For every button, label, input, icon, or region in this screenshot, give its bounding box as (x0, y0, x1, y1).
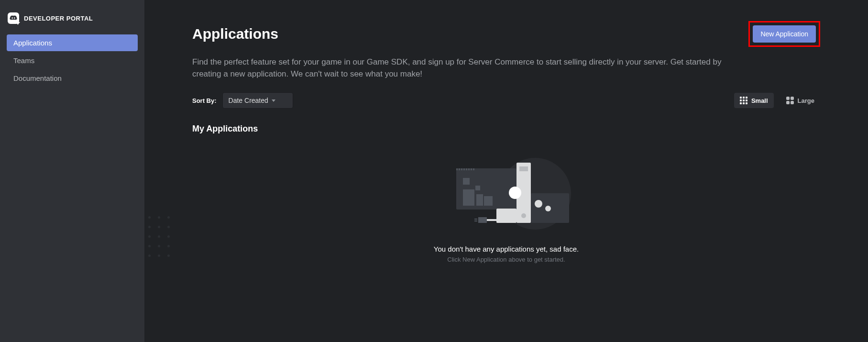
discord-logo-icon (8, 12, 19, 24)
empty-state: You don't have any applications yet, sad… (192, 163, 820, 263)
new-application-button[interactable]: New Application (753, 25, 816, 43)
new-application-highlight: New Application (748, 21, 820, 47)
sidebar-item-applications[interactable]: Applications (7, 34, 138, 51)
empty-state-title: You don't have any applications yet, sad… (434, 245, 579, 253)
view-toggle: Small Large (734, 93, 820, 108)
header-row: Applications New Application (192, 21, 820, 47)
view-large-label: Large (798, 97, 814, 104)
section-title: My Applications (192, 124, 820, 134)
brand: DEVELOPER PORTAL (7, 11, 138, 34)
main-content: Applications New Application Find the pe… (144, 0, 868, 342)
sort-group: Sort By: Date Created (192, 92, 293, 109)
view-small-label: Small (751, 97, 768, 104)
empty-state-subtitle: Click New Application above to get start… (447, 256, 565, 263)
view-small-button[interactable]: Small (734, 93, 774, 108)
page-title: Applications (192, 26, 278, 42)
view-large-button[interactable]: Large (780, 93, 820, 108)
intro-text: Find the perfect feature set for your ga… (192, 56, 728, 80)
grid-large-icon (786, 97, 794, 104)
brand-label: DEVELOPER PORTAL (24, 15, 93, 22)
controls-row: Sort By: Date Created Small Large (192, 92, 820, 109)
sort-selected-value: Date Created (229, 97, 268, 104)
sidebar-item-documentation[interactable]: Documentation (7, 70, 138, 87)
sidebar-nav: Applications Teams Documentation (7, 34, 138, 87)
sort-label: Sort By: (192, 97, 217, 104)
sidebar: DEVELOPER PORTAL Applications Teams Docu… (0, 0, 144, 342)
grid-small-icon (740, 97, 747, 104)
sidebar-item-teams[interactable]: Teams (7, 52, 138, 69)
sort-select[interactable]: Date Created (222, 92, 293, 109)
chevron-down-icon (272, 99, 275, 102)
empty-state-illustration (451, 163, 561, 234)
